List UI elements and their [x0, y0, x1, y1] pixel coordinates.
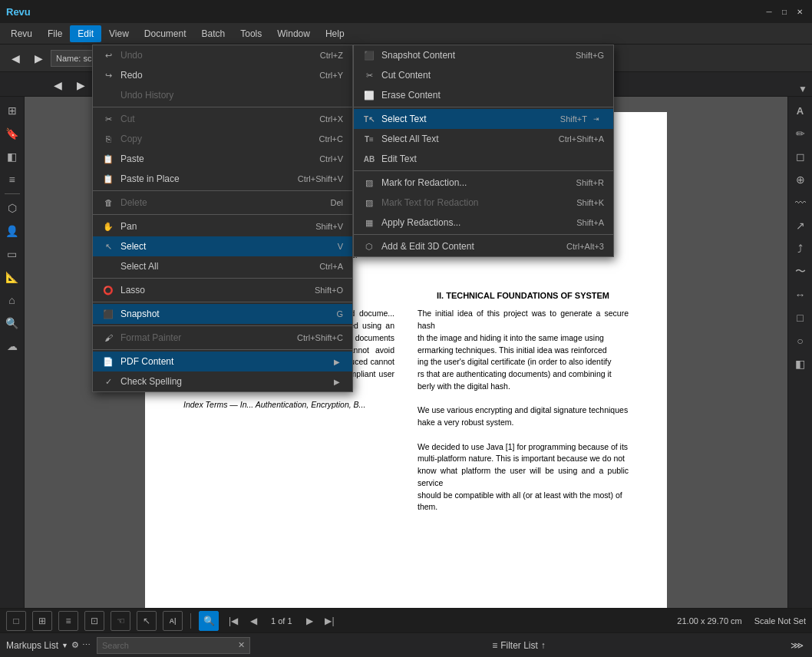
submenu-snapshot-content[interactable]: ⬛ Snapshot Content Shift+G — [354, 45, 613, 65]
rs-dim-tool[interactable]: ↔ — [790, 284, 811, 305]
filter-icon: ≡ — [492, 640, 497, 651]
sidebar-tool1[interactable]: 👤 — [2, 220, 23, 242]
sidebar-properties[interactable]: ≡ — [2, 169, 23, 190]
toolbar-forward-button[interactable]: ▶ — [28, 48, 49, 69]
menu-pan[interactable]: ✋ Pan Shift+V — [93, 216, 352, 236]
menu-batch[interactable]: Batch — [194, 25, 233, 42]
menu-tools[interactable]: Tools — [233, 25, 269, 42]
pdf-content-submenu: ⬛ Snapshot Content Shift+G ✂ Cut Content… — [353, 45, 614, 257]
minimize-button[interactable]: ─ — [763, 5, 775, 18]
rs-line-tool[interactable]: 〰 — [790, 192, 811, 213]
format-painter-icon: 🖌 — [102, 333, 114, 342]
tab-overflow-button[interactable]: ▼ — [794, 82, 812, 96]
edit-dropdown-menu: ↩ Undo Ctrl+Z ↪ Redo Ctrl+Y Undo History… — [92, 45, 353, 392]
rs-measure-tool[interactable]: ⊕ — [790, 169, 811, 190]
markups-dropdown-icon[interactable]: ▼ — [61, 642, 68, 649]
menu-format-painter[interactable]: 🖌 Format Painter Ctrl+Shift+C — [93, 328, 352, 348]
sidebar-tool4[interactable]: ⌂ — [2, 289, 23, 311]
close-button[interactable]: ✕ — [794, 5, 806, 18]
rs-split-tool[interactable]: ◧ — [790, 353, 811, 375]
maximize-button[interactable]: □ — [778, 5, 791, 18]
menu-lasso[interactable]: ⭕ Lasso Shift+O — [93, 280, 352, 300]
menu-document[interactable]: Document — [137, 25, 194, 42]
status-hand[interactable]: ☜ — [111, 611, 130, 631]
sidebar-thumbnails[interactable]: ⊞ — [2, 100, 23, 121]
rs-ellipse-tool[interactable]: ○ — [790, 330, 811, 352]
menu-paste[interactable]: 📋 Paste Ctrl+V — [93, 149, 352, 169]
select-icon: ↖ — [102, 242, 114, 252]
menu-window[interactable]: Window — [269, 25, 318, 42]
menu-pdf-content[interactable]: 📄 PDF Content ▶ — [93, 352, 352, 371]
submenu-select-all-text[interactable]: T≡ Select All Text Ctrl+Shift+A — [354, 129, 613, 149]
sidebar-bookmarks[interactable]: 🔖 — [2, 123, 23, 144]
submenu-mark-text-redaction[interactable]: ▨ Mark Text for Redaction Shift+K — [354, 193, 613, 213]
check-spelling-label: Check Spelling — [120, 376, 328, 387]
submenu-apply-redactions[interactable]: ▦ Apply Redactions... Shift+A — [354, 213, 613, 233]
menu-divider7 — [93, 349, 352, 350]
rs-arrow-tool[interactable]: ↗ — [790, 215, 811, 236]
paste-label: Paste — [120, 154, 313, 164]
menu-undo[interactable]: ↩ Undo Ctrl+Z — [93, 45, 352, 65]
sidebar-tool2[interactable]: ▭ — [2, 243, 23, 265]
status-single-page[interactable]: □ — [6, 611, 26, 631]
rs-freehand-tool[interactable]: 〜 — [790, 261, 811, 282]
tab-prev-button[interactable]: ◀ — [48, 76, 67, 94]
status-fit[interactable]: ⊡ — [84, 611, 104, 631]
markups-settings-icon[interactable]: ⚙ — [71, 640, 79, 650]
markups-close-panel[interactable]: ⋙ — [787, 636, 806, 655]
nav-next-button[interactable]: ▶ — [302, 612, 319, 629]
menu-help[interactable]: Help — [318, 25, 352, 42]
menu-delete[interactable]: 🗑 Delete Del — [93, 193, 352, 213]
submenu-cut-content[interactable]: ✂ Cut Content — [354, 65, 613, 85]
status-scroll[interactable]: ≡ — [58, 611, 78, 631]
sidebar-search[interactable]: 🔍 — [2, 312, 23, 334]
titlebar: Revu ─ □ ✕ — [0, 0, 812, 23]
submenu-edit-text[interactable]: AB Edit Text — [354, 149, 613, 169]
rs-shape-tool[interactable]: ◻ — [790, 146, 811, 167]
submenu-add-3d-content[interactable]: ⬡ Add & Edit 3D Content Ctrl+Alt+3 — [354, 236, 613, 256]
sidebar-layers[interactable]: ◧ — [2, 146, 23, 167]
menu-select[interactable]: ↖ Select V — [93, 236, 352, 256]
rs-curve-tool[interactable]: ⤴ — [790, 238, 811, 259]
markups-filter[interactable]: ≡ Filter List ↑ — [492, 640, 546, 651]
menu-undo-history[interactable]: Undo History — [93, 85, 352, 105]
toolbar-back-button[interactable]: ◀ — [5, 48, 26, 69]
sidebar-stamps[interactable]: ⬡ — [2, 197, 23, 219]
menu-cut[interactable]: ✂ Cut Ctrl+X — [93, 109, 352, 129]
rs-text-tool[interactable]: A — [790, 100, 811, 121]
markups-search[interactable]: Search ✕ — [97, 637, 250, 654]
sidebar-tool5[interactable]: ☁ — [2, 335, 23, 357]
app-logo: Revu — [6, 6, 31, 18]
filter-export-icon[interactable]: ↑ — [541, 640, 546, 651]
menu-redo[interactable]: ↪ Redo Ctrl+Y — [93, 65, 352, 85]
tab-next-button[interactable]: ▶ — [71, 76, 90, 94]
status-text[interactable]: A| — [163, 611, 183, 631]
nav-last-button[interactable]: ▶| — [322, 612, 338, 629]
menu-edit[interactable]: Edit — [70, 25, 101, 42]
paste-place-icon: 📋 — [102, 174, 114, 184]
menu-file[interactable]: File — [40, 25, 70, 42]
menu-revu[interactable]: Revu — [3, 25, 40, 42]
menu-copy[interactable]: ⎘ Copy Ctrl+C — [93, 129, 352, 149]
rs-pencil-tool[interactable]: ✏ — [790, 123, 811, 144]
markups-more-icon[interactable]: ⋯ — [82, 640, 91, 650]
cut-content-label: Cut Content — [381, 70, 598, 81]
menu-check-spelling[interactable]: ✓ Check Spelling ▶ — [93, 371, 352, 391]
rs-rect-tool[interactable]: □ — [790, 307, 811, 328]
nav-first-button[interactable]: |◀ — [225, 612, 242, 629]
menu-select-all[interactable]: Select All Ctrl+A — [93, 256, 352, 276]
search-clear-icon[interactable]: ✕ — [238, 640, 245, 650]
status-zoom[interactable]: 🔍 — [199, 611, 219, 631]
menu-paste-in-place[interactable]: 📋 Paste in Place Ctrl+Shift+V — [93, 169, 352, 189]
status-two-page[interactable]: ⊞ — [32, 611, 52, 631]
sidebar-tool3[interactable]: 📐 — [2, 266, 23, 288]
nav-prev-button[interactable]: ◀ — [245, 612, 262, 629]
menu-view[interactable]: View — [101, 25, 137, 42]
menu-divider5 — [93, 302, 352, 302]
markups-list-label[interactable]: Markups List ▼ ⚙ ⋯ — [6, 640, 91, 651]
menu-snapshot[interactable]: ⬛ Snapshot G — [93, 304, 352, 324]
submenu-erase-content[interactable]: ⬜ Erase Content — [354, 85, 613, 105]
submenu-select-text[interactable]: T↖ Select Text Shift+T ⇥ — [354, 109, 613, 129]
status-select[interactable]: ↖ — [137, 611, 157, 631]
submenu-mark-redaction[interactable]: ▨ Mark for Redaction... Shift+R — [354, 173, 613, 193]
